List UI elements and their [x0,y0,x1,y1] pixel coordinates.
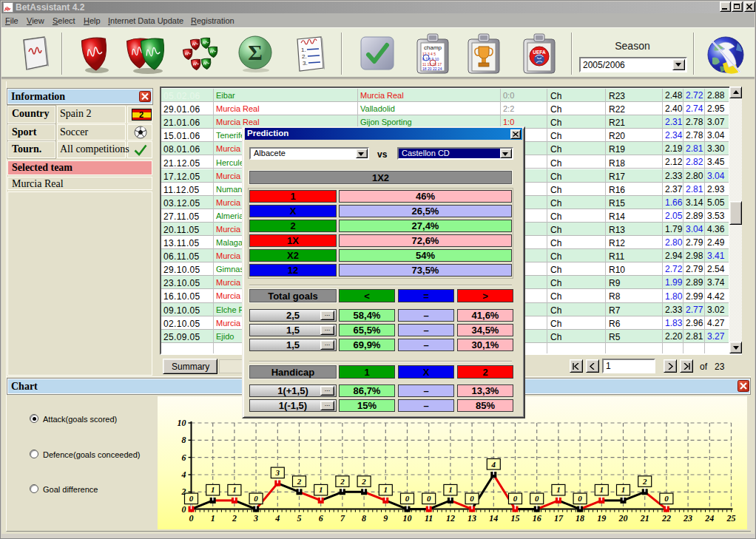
svg-text:2: 2 [232,513,237,523]
svg-text:2: 2 [297,477,302,486]
svg-text:6: 6 [182,452,186,463]
svg-text:3: 3 [253,513,258,523]
svg-text:12: 12 [446,513,455,523]
svg-text:1: 1 [384,485,388,494]
svg-text:22: 22 [661,513,671,523]
svg-text:17: 17 [554,513,564,523]
svg-text:0: 0 [578,494,582,503]
svg-text:2: 2 [181,487,186,497]
svg-text:1: 1 [600,485,604,494]
svg-text:9: 9 [383,513,388,523]
svg-text:3.: 3. [303,60,308,67]
svg-text:1: 1 [232,485,237,494]
svg-text:4: 4 [491,460,496,469]
svg-text:5: 5 [297,513,302,523]
svg-text:4: 4 [181,469,186,480]
svg-text:Σ: Σ [248,40,263,64]
svg-text:7: 7 [340,513,345,523]
svg-text:20: 20 [618,513,628,523]
svg-text:0: 0 [254,494,258,503]
svg-text:14: 14 [489,513,498,523]
svg-text:1: 1 [211,485,215,494]
svg-text:18 20 22 24: 18 20 22 24 [422,67,442,71]
svg-text:15: 15 [511,513,520,523]
svg-text:13: 13 [468,513,476,523]
svg-text:0: 0 [182,504,186,515]
svg-text:10: 10 [178,418,186,428]
svg-text:0: 0 [189,494,194,503]
svg-text:0: 0 [405,494,410,503]
svg-text:0: 0 [427,494,431,503]
svg-text:1: 1 [556,485,561,494]
svg-text:24: 24 [704,513,714,523]
svg-text:18: 18 [576,513,584,523]
svg-text:4: 4 [274,513,280,523]
svg-text:2: 2 [361,477,366,486]
svg-text:2: 2 [340,477,345,486]
svg-text:3: 3 [275,468,280,477]
svg-text:10: 10 [403,513,412,523]
svg-text:8: 8 [182,435,186,445]
svg-text:champ: champ [424,44,442,51]
svg-text:1.: 1. [301,47,306,53]
svg-text:25: 25 [726,513,736,523]
svg-text:2: 2 [642,477,647,486]
svg-text:2.: 2. [302,53,307,60]
svg-text:0: 0 [189,513,194,523]
svg-text:0: 0 [664,494,669,503]
svg-text:0: 0 [535,494,539,503]
svg-text:19: 19 [597,513,606,523]
svg-text:1: 1 [211,513,215,523]
svg-text:UEFA: UEFA [533,50,546,55]
svg-text:21: 21 [640,513,649,523]
svg-text:1: 1 [621,485,626,494]
svg-text:1: 1 [319,485,323,494]
svg-text:8: 8 [362,513,366,523]
svg-text:23: 23 [683,513,692,523]
svg-text:16: 16 [533,513,541,523]
svg-text:6: 6 [319,513,323,523]
svg-text:0: 0 [470,494,474,503]
svg-text:11: 11 [425,513,433,523]
svg-text:0: 0 [513,494,518,503]
svg-text:1: 1 [448,485,453,494]
